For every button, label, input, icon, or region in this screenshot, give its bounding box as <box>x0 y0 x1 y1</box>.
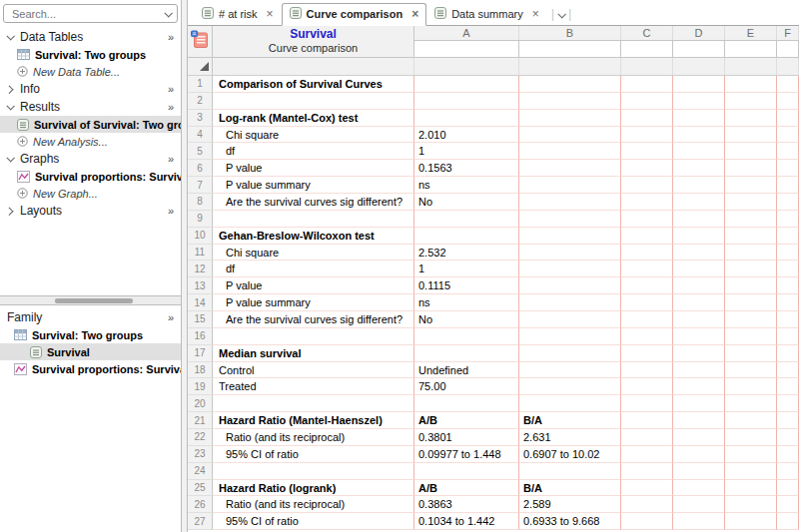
row-label-cell[interactable]: Hazard Ratio (Mantel-Haenszel) <box>213 412 414 429</box>
cell-e[interactable] <box>725 261 777 277</box>
cell-b[interactable]: B/A <box>519 412 621 429</box>
chevron-down-icon[interactable] <box>6 102 14 110</box>
row-label-cell[interactable] <box>213 328 414 345</box>
row-label-cell[interactable]: Comparison of Survival Curves <box>213 76 414 93</box>
family-item-survival-proportions-survival-of-s[interactable]: Survival proportions: Survival of S <box>0 360 181 377</box>
row-number[interactable]: 25 <box>188 480 213 497</box>
column-header-a[interactable]: A <box>414 26 519 40</box>
splitter-thumb[interactable] <box>55 298 133 303</box>
cell-f[interactable] <box>777 311 799 328</box>
row-label-cell[interactable]: Are the survival curves sig different? <box>213 311 414 328</box>
cell-d[interactable] <box>673 76 725 93</box>
close-icon[interactable]: × <box>267 8 274 20</box>
row-number[interactable]: 23 <box>188 446 213 463</box>
cell-e[interactable] <box>725 294 777 311</box>
cell-e[interactable] <box>725 127 777 144</box>
cell-c[interactable] <box>621 311 673 328</box>
cell-d[interactable] <box>673 93 725 110</box>
column-header-d[interactable]: D <box>673 26 725 40</box>
row-title-cell-a[interactable] <box>414 58 519 75</box>
cell-e[interactable] <box>725 513 777 530</box>
cell-c[interactable] <box>621 160 673 177</box>
cell-e[interactable] <box>725 412 777 429</box>
cell-a[interactable]: 2.532 <box>414 245 519 262</box>
row-label-cell[interactable]: 95% CI of ratio <box>213 513 414 530</box>
cell-f[interactable] <box>777 362 799 379</box>
row-number[interactable]: 12 <box>188 261 213 277</box>
cell-a[interactable]: A/B <box>414 412 519 429</box>
cell-d[interactable] <box>673 496 725 513</box>
cell-c[interactable] <box>621 294 673 311</box>
column-title-cell-d[interactable] <box>673 40 725 58</box>
cell-a[interactable] <box>414 463 519 480</box>
cell-c[interactable] <box>621 362 673 379</box>
cell-f[interactable] <box>777 110 799 127</box>
cell-e[interactable] <box>725 395 777 412</box>
cell-e[interactable] <box>725 362 777 379</box>
row-label-cell[interactable]: P value <box>213 160 414 177</box>
cell-c[interactable] <box>621 480 673 497</box>
family-item-survival-two-groups[interactable]: Survival: Two groups <box>0 326 181 343</box>
cell-f[interactable] <box>777 345 799 362</box>
cell-a[interactable]: 2.010 <box>414 127 519 144</box>
row-label-cell[interactable]: Ratio (and its reciprocal) <box>213 429 414 446</box>
column-title-cell-f[interactable] <box>777 40 799 58</box>
nav-section-results[interactable]: Results» <box>0 98 181 116</box>
nav-section-data-tables[interactable]: Data Tables» <box>0 28 181 46</box>
row-number[interactable]: 8 <box>188 194 213 211</box>
row-number[interactable]: 21 <box>188 412 213 429</box>
cell-d[interactable] <box>673 328 725 345</box>
row-number[interactable]: 6 <box>188 160 213 177</box>
cell-a[interactable] <box>414 328 519 345</box>
cell-f[interactable] <box>777 245 799 262</box>
row-label-cell[interactable]: Ratio (and its reciprocal) <box>213 496 414 513</box>
cell-d[interactable] <box>673 311 725 328</box>
cell-e[interactable] <box>725 463 777 480</box>
cell-e[interactable] <box>725 429 777 446</box>
cell-c[interactable] <box>621 429 673 446</box>
row-label-cell[interactable]: Median survival <box>213 345 414 362</box>
cell-b[interactable]: 2.589 <box>519 496 621 513</box>
sheet-corner-cell[interactable] <box>188 26 213 58</box>
cell-f[interactable] <box>777 480 799 497</box>
cell-f[interactable] <box>777 412 799 429</box>
row-number[interactable]: 7 <box>188 177 213 194</box>
cell-e[interactable] <box>725 211 777 228</box>
cell-b[interactable]: 0.6907 to 10.02 <box>519 446 621 463</box>
cell-a[interactable]: A/B <box>414 480 519 497</box>
section-expand-control[interactable]: » <box>168 31 174 43</box>
cell-f[interactable] <box>777 143 799 160</box>
cell-d[interactable] <box>673 429 725 446</box>
cell-b[interactable] <box>519 93 621 110</box>
cell-d[interactable] <box>673 294 725 311</box>
cell-c[interactable] <box>621 194 673 211</box>
cell-c[interactable] <box>621 513 673 530</box>
cell-a[interactable]: ns <box>414 294 519 311</box>
row-number[interactable]: 13 <box>188 277 213 294</box>
row-number[interactable]: 24 <box>188 463 213 480</box>
cell-d[interactable] <box>673 513 725 530</box>
cell-b[interactable] <box>519 245 621 262</box>
cell-c[interactable] <box>621 277 673 294</box>
cell-b[interactable] <box>519 463 621 480</box>
cell-b[interactable] <box>519 76 621 93</box>
cell-b[interactable] <box>519 345 621 362</box>
chevron-down-icon[interactable] <box>164 9 172 17</box>
cell-a[interactable]: 0.3863 <box>414 496 519 513</box>
section-expand-control[interactable]: » <box>168 101 174 113</box>
cell-f[interactable] <box>777 93 799 110</box>
row-number[interactable]: 17 <box>188 345 213 362</box>
cell-e[interactable] <box>725 496 777 513</box>
row-label-cell[interactable] <box>213 395 414 412</box>
cell-c[interactable] <box>621 93 673 110</box>
cell-a[interactable]: 0.1034 to 1.442 <box>414 513 519 530</box>
cell-f[interactable] <box>777 463 799 480</box>
cell-b[interactable] <box>519 294 621 311</box>
cell-d[interactable] <box>673 228 725 245</box>
cell-d[interactable] <box>673 261 725 277</box>
cell-b[interactable] <box>519 160 621 177</box>
row-label-cell[interactable]: Treated <box>213 378 414 395</box>
panel-splitter[interactable] <box>0 295 181 305</box>
cell-e[interactable] <box>725 110 777 127</box>
search-box[interactable] <box>3 4 178 23</box>
